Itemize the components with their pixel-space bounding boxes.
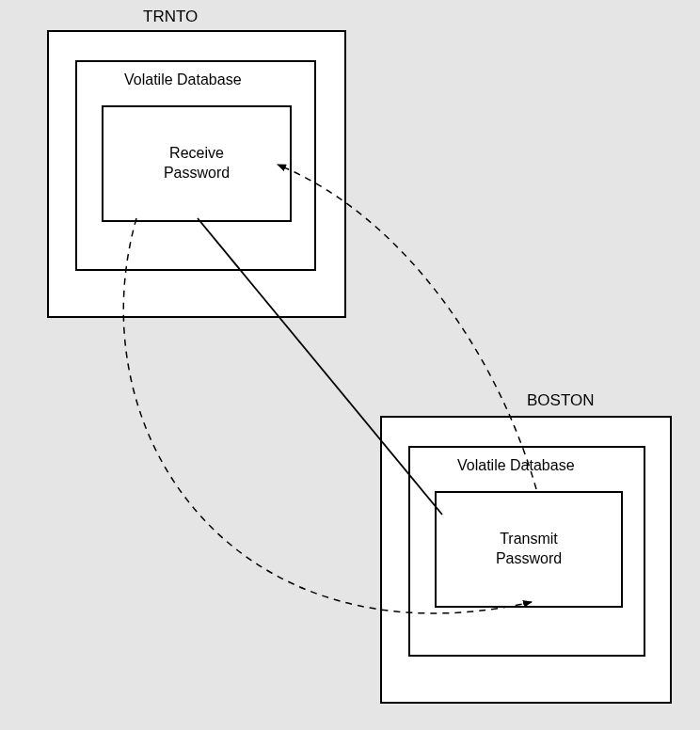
boston-database-box: Volatile Database Transmit Password — [408, 446, 645, 657]
trnto-database-label: Volatile Database — [124, 71, 242, 88]
trnto-inner-label: Receive Password — [164, 144, 230, 183]
boston-title: BOSTON — [527, 391, 594, 410]
boston-outer-box: Volatile Database Transmit Password — [380, 416, 672, 704]
boston-inner-label: Transmit Password — [496, 530, 562, 569]
trnto-database-box: Volatile Database Receive Password — [75, 60, 316, 271]
boston-database-label: Volatile Database — [457, 457, 575, 474]
trnto-outer-box: Volatile Database Receive Password — [47, 30, 346, 318]
boston-inner-box: Transmit Password — [435, 491, 623, 608]
trnto-inner-box: Receive Password — [102, 105, 292, 222]
trnto-title: TRNTO — [143, 8, 198, 26]
